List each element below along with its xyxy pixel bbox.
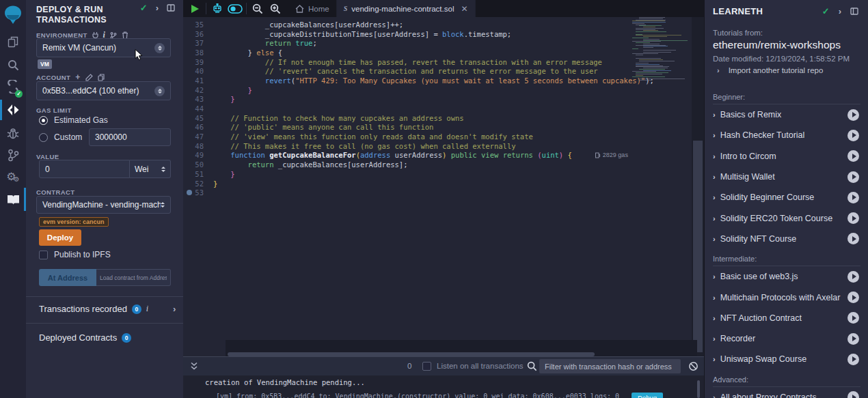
edit-account-icon[interactable]: [85, 74, 93, 81]
account-label: ACCOUNT: [36, 74, 70, 81]
play-tutorial-button[interactable]: [847, 192, 859, 203]
editor-scrollbar-track[interactable]: [692, 17, 704, 356]
transactions-expand-icon[interactable]: ›: [173, 304, 176, 314]
remix-logo[interactable]: [0, 3, 26, 27]
panel-expand-icon[interactable]: ›: [156, 3, 159, 13]
play-tutorial-button[interactable]: [847, 171, 859, 183]
account-stepper-icon[interactable]: [154, 86, 165, 96]
tutorial-item[interactable]: ›Solidity Beginner Course: [705, 187, 868, 208]
play-tutorial-button[interactable]: [847, 333, 859, 345]
clear-terminal-icon[interactable]: [688, 361, 699, 371]
tutorial-item[interactable]: ›Solidity ERC20 Token Course: [705, 208, 868, 228]
tutorial-item[interactable]: ›Intro to Circom: [705, 146, 868, 167]
close-tab-icon[interactable]: ✕: [461, 4, 467, 14]
code-line: 39 // If not enough time has passed, rev…: [183, 57, 704, 67]
file-explorer-icon[interactable]: [0, 31, 26, 52]
copy-account-icon[interactable]: [98, 74, 105, 81]
editor-minimap[interactable]: [632, 17, 692, 81]
add-account-icon[interactable]: +: [75, 72, 80, 82]
value-unit-select[interactable]: Wei: [130, 160, 171, 178]
code-editor[interactable]: 35 _cupcakeBalances[userAddress]++;36 _c…: [183, 17, 704, 356]
debugger-icon[interactable]: [0, 123, 26, 143]
custom-gas-input[interactable]: [89, 128, 171, 146]
learneth-expand-icon[interactable]: ›: [839, 6, 841, 16]
play-tutorial-button[interactable]: [847, 233, 859, 244]
tab-home[interactable]: Home: [288, 0, 337, 17]
deploy-run-panel: DEPLOY & RUN TRANSACTIONS ✓ › ENVIRONMEN…: [26, 0, 183, 398]
contract-label: CONTRACT: [36, 188, 75, 196]
transaction-filter-input[interactable]: [539, 359, 681, 373]
tutorial-item[interactable]: ›Basics of Remix: [705, 104, 868, 125]
gas-limit-label: GAS LIMIT: [36, 106, 72, 114]
panel-pin-icon[interactable]: [167, 4, 175, 12]
tutorial-item[interactable]: ›NFT Auction Contract: [705, 308, 868, 328]
tab-vending-machine-contract[interactable]: S vending-machine-contract.sol ✕: [337, 0, 476, 17]
play-tutorial-button[interactable]: [847, 130, 859, 141]
zoom-in-icon[interactable]: [267, 0, 284, 17]
collapse-terminal-icon[interactable]: [190, 362, 198, 371]
tutorial-item[interactable]: ›Basic use of web3.js: [705, 266, 868, 287]
git-icon[interactable]: [0, 145, 26, 165]
fork-state-icon[interactable]: [110, 32, 117, 39]
deploy-run-icon[interactable]: [0, 100, 26, 120]
play-tutorial-button[interactable]: [847, 212, 859, 224]
publish-ipfs-checkbox[interactable]: [39, 251, 48, 259]
copilot-toggle[interactable]: [226, 0, 244, 17]
editor-scrollbar-thumb[interactable]: [693, 141, 703, 352]
code-line: 45 // Function to check how many cupcake…: [183, 113, 704, 123]
tutorial-item-label: Basics of Remix: [720, 110, 847, 119]
tutorial-item[interactable]: ›All about Proxy Contracts: [705, 387, 868, 398]
home-icon: [295, 5, 304, 13]
import-tutorial-repo[interactable]: › Import another tutorial repo: [717, 66, 823, 74]
debug-button[interactable]: Debug: [632, 393, 663, 398]
tutorial-item-label: Uniswap Swap Course: [720, 354, 847, 364]
value-input[interactable]: [39, 160, 130, 178]
contract-carets-icon: [161, 202, 165, 208]
custom-gas-label: Custom: [54, 132, 82, 142]
learneth-pin-icon[interactable]: [850, 8, 858, 15]
contract-select[interactable]: VendingMachine - vending-machin: [36, 196, 171, 214]
tutorial-item-label: All about Proxy Contracts: [720, 393, 847, 398]
at-address-button[interactable]: At Address: [39, 269, 96, 286]
chevron-right-icon: ›: [713, 272, 716, 281]
terminal-log-area[interactable]: creation of VendingMachine pending... [v…: [183, 375, 704, 398]
at-address-input[interactable]: [96, 269, 171, 286]
tutorial-item-label: Solidity NFT Course: [720, 234, 847, 244]
custom-gas-radio[interactable]: [39, 133, 48, 142]
play-tutorial-button[interactable]: [847, 292, 859, 303]
learneth-icon[interactable]: [0, 189, 26, 210]
play-tutorial-button[interactable]: [847, 354, 859, 365]
environment-select[interactable]: Remix VM (Cancun): [36, 38, 171, 57]
play-tutorial-button[interactable]: [847, 312, 859, 324]
settings-icon[interactable]: ⚙⚙: [0, 167, 26, 187]
solidity-compiler-icon[interactable]: ✓: [0, 76, 26, 97]
transactions-info-icon[interactable]: i: [146, 304, 148, 314]
estimated-gas-radio[interactable]: [39, 116, 48, 125]
plug-icon[interactable]: [92, 32, 98, 39]
tutorial-item[interactable]: ›Multichain Protocols with Axelar: [705, 287, 868, 307]
panel-title: DEPLOY & RUN TRANSACTIONS: [36, 5, 122, 25]
terminal-scrollbar-thumb[interactable]: [697, 380, 700, 398]
play-tutorial-button[interactable]: [847, 150, 859, 162]
ai-assistant-icon[interactable]: [208, 0, 226, 17]
tutorial-item[interactable]: ›Uniswap Swap Course: [705, 349, 868, 369]
play-tutorial-button[interactable]: [847, 271, 859, 283]
activity-bar: ✓ ⚙⚙: [0, 0, 26, 398]
deploy-button[interactable]: Deploy: [39, 229, 81, 246]
tutorial-item[interactable]: ›Recorder: [705, 328, 868, 349]
tutorial-item[interactable]: ›Solidity NFT Course: [705, 229, 868, 249]
tutorial-item[interactable]: ›Hash Checker Tutorial: [705, 125, 868, 145]
code-line: 53: [183, 188, 704, 197]
zoom-out-icon[interactable]: [249, 0, 267, 17]
tutorial-item-label: Solidity Beginner Course: [720, 193, 847, 202]
account-select[interactable]: 0x5B3...eddC4 (100 ether): [36, 81, 171, 100]
search-icon[interactable]: [0, 55, 26, 75]
tutorial-item-label: Intro to Circom: [720, 152, 847, 161]
environment-stepper-icon[interactable]: [154, 43, 165, 53]
terminal-search-icon[interactable]: [527, 361, 537, 371]
tutorial-item[interactable]: ›Multisig Wallet: [705, 167, 868, 187]
play-tutorial-button[interactable]: [847, 109, 859, 121]
run-script-button[interactable]: [186, 0, 204, 17]
listen-all-transactions-checkbox[interactable]: [422, 362, 431, 371]
play-tutorial-button[interactable]: [847, 391, 859, 398]
